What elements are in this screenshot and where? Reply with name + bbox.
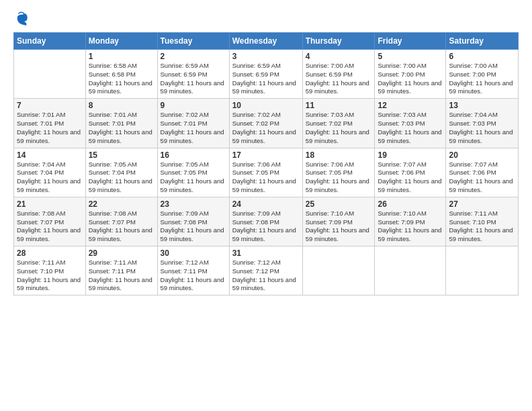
calendar-day-cell: 16Sunrise: 7:05 AMSunset: 7:05 PMDayligh… <box>157 148 229 197</box>
day-number: 22 <box>89 199 154 209</box>
day-info: Sunrise: 7:04 AMSunset: 7:03 PMDaylight:… <box>449 111 515 145</box>
calendar-day-cell: 18Sunrise: 7:06 AMSunset: 7:05 PMDayligh… <box>302 148 375 197</box>
calendar-day-cell: 13Sunrise: 7:04 AMSunset: 7:03 PMDayligh… <box>446 99 519 148</box>
day-info: Sunrise: 7:05 AMSunset: 7:04 PMDaylight:… <box>89 161 154 195</box>
calendar-header-row: SundayMondayTuesdayWednesdayThursdayFrid… <box>14 33 519 50</box>
day-number: 26 <box>378 199 443 209</box>
calendar-day-cell: 24Sunrise: 7:09 AMSunset: 7:08 PMDayligh… <box>229 197 302 246</box>
day-number: 17 <box>232 150 300 160</box>
calendar-day-cell: 1Sunrise: 6:58 AMSunset: 6:58 PMDaylight… <box>85 50 157 99</box>
day-info: Sunrise: 7:09 AMSunset: 7:08 PMDaylight:… <box>232 210 300 244</box>
day-info: Sunrise: 7:11 AMSunset: 7:10 PMDaylight:… <box>17 259 83 293</box>
day-info: Sunrise: 7:08 AMSunset: 7:07 PMDaylight:… <box>89 210 154 244</box>
calendar-day-cell: 12Sunrise: 7:03 AMSunset: 7:03 PMDayligh… <box>375 99 446 148</box>
calendar-day-cell: 22Sunrise: 7:08 AMSunset: 7:07 PMDayligh… <box>85 197 157 246</box>
header <box>13 11 519 26</box>
day-info: Sunrise: 7:03 AMSunset: 7:03 PMDaylight:… <box>378 111 443 145</box>
day-info: Sunrise: 7:11 AMSunset: 7:10 PMDaylight:… <box>449 210 515 244</box>
calendar-day-cell: 28Sunrise: 7:11 AMSunset: 7:10 PMDayligh… <box>14 246 86 295</box>
weekday-header: Monday <box>85 33 157 50</box>
day-number: 15 <box>89 150 154 160</box>
calendar-day-cell: 26Sunrise: 7:10 AMSunset: 7:09 PMDayligh… <box>375 197 446 246</box>
day-info: Sunrise: 7:02 AMSunset: 7:01 PMDaylight:… <box>161 111 226 145</box>
day-number: 13 <box>449 101 515 110</box>
day-info: Sunrise: 6:59 AMSunset: 6:59 PMDaylight:… <box>161 62 226 96</box>
calendar-day-cell: 7Sunrise: 7:01 AMSunset: 7:01 PMDaylight… <box>14 99 86 148</box>
weekday-header: Thursday <box>302 33 375 50</box>
day-info: Sunrise: 7:00 AMSunset: 7:00 PMDaylight:… <box>449 62 515 96</box>
day-info: Sunrise: 6:58 AMSunset: 6:58 PMDaylight:… <box>89 62 154 96</box>
calendar-day-cell: 23Sunrise: 7:09 AMSunset: 7:08 PMDayligh… <box>157 197 229 246</box>
calendar-week-row: 7Sunrise: 7:01 AMSunset: 7:01 PMDaylight… <box>14 99 519 148</box>
day-info: Sunrise: 7:03 AMSunset: 7:02 PMDaylight:… <box>306 111 372 145</box>
calendar-day-cell <box>446 246 519 295</box>
day-number: 11 <box>306 101 372 110</box>
calendar-day-cell <box>302 246 375 295</box>
day-info: Sunrise: 7:10 AMSunset: 7:09 PMDaylight:… <box>378 210 443 244</box>
day-number: 5 <box>378 52 443 61</box>
calendar-day-cell <box>375 246 446 295</box>
day-number: 31 <box>232 248 300 258</box>
calendar-week-row: 28Sunrise: 7:11 AMSunset: 7:10 PMDayligh… <box>14 246 519 295</box>
day-info: Sunrise: 7:05 AMSunset: 7:05 PMDaylight:… <box>161 161 226 195</box>
day-number: 27 <box>449 199 515 209</box>
weekday-header: Friday <box>375 33 446 50</box>
day-info: Sunrise: 7:00 AMSunset: 7:00 PMDaylight:… <box>378 62 443 96</box>
day-number: 28 <box>17 248 83 258</box>
day-number: 24 <box>232 199 300 209</box>
day-info: Sunrise: 7:07 AMSunset: 7:06 PMDaylight:… <box>378 161 443 195</box>
day-info: Sunrise: 7:12 AMSunset: 7:12 PMDaylight:… <box>232 259 300 293</box>
calendar-day-cell: 25Sunrise: 7:10 AMSunset: 7:09 PMDayligh… <box>302 197 375 246</box>
day-info: Sunrise: 7:06 AMSunset: 7:05 PMDaylight:… <box>232 161 300 195</box>
day-info: Sunrise: 7:09 AMSunset: 7:08 PMDaylight:… <box>161 210 226 244</box>
calendar-day-cell: 2Sunrise: 6:59 AMSunset: 6:59 PMDaylight… <box>157 50 229 99</box>
logo <box>13 11 31 26</box>
day-number: 19 <box>378 150 443 160</box>
day-info: Sunrise: 7:01 AMSunset: 7:01 PMDaylight:… <box>89 111 154 145</box>
day-info: Sunrise: 7:10 AMSunset: 7:09 PMDaylight:… <box>306 210 372 244</box>
day-number: 9 <box>161 101 226 110</box>
weekday-header: Sunday <box>14 33 86 50</box>
day-number: 10 <box>232 101 300 110</box>
day-number: 3 <box>232 52 300 61</box>
calendar-day-cell: 31Sunrise: 7:12 AMSunset: 7:12 PMDayligh… <box>229 246 302 295</box>
day-number: 18 <box>306 150 372 160</box>
logo-icon <box>13 11 28 26</box>
calendar-table: SundayMondayTuesdayWednesdayThursdayFrid… <box>13 32 519 295</box>
day-number: 20 <box>449 150 515 160</box>
calendar-day-cell: 4Sunrise: 7:00 AMSunset: 6:59 PMDaylight… <box>302 50 375 99</box>
calendar-day-cell: 11Sunrise: 7:03 AMSunset: 7:02 PMDayligh… <box>302 99 375 148</box>
calendar-day-cell: 19Sunrise: 7:07 AMSunset: 7:06 PMDayligh… <box>375 148 446 197</box>
calendar-day-cell: 6Sunrise: 7:00 AMSunset: 7:00 PMDaylight… <box>446 50 519 99</box>
weekday-header: Saturday <box>446 33 519 50</box>
day-number: 4 <box>306 52 372 61</box>
calendar-day-cell: 15Sunrise: 7:05 AMSunset: 7:04 PMDayligh… <box>85 148 157 197</box>
calendar-day-cell: 3Sunrise: 6:59 AMSunset: 6:59 PMDaylight… <box>229 50 302 99</box>
day-info: Sunrise: 6:59 AMSunset: 6:59 PMDaylight:… <box>232 62 300 96</box>
weekday-header: Wednesday <box>229 33 302 50</box>
day-info: Sunrise: 7:01 AMSunset: 7:01 PMDaylight:… <box>17 111 83 145</box>
calendar-day-cell: 8Sunrise: 7:01 AMSunset: 7:01 PMDaylight… <box>85 99 157 148</box>
weekday-header: Tuesday <box>157 33 229 50</box>
day-info: Sunrise: 7:04 AMSunset: 7:04 PMDaylight:… <box>17 161 83 195</box>
calendar-day-cell: 17Sunrise: 7:06 AMSunset: 7:05 PMDayligh… <box>229 148 302 197</box>
calendar-week-row: 14Sunrise: 7:04 AMSunset: 7:04 PMDayligh… <box>14 148 519 197</box>
calendar-day-cell: 29Sunrise: 7:11 AMSunset: 7:11 PMDayligh… <box>85 246 157 295</box>
calendar-day-cell: 21Sunrise: 7:08 AMSunset: 7:07 PMDayligh… <box>14 197 86 246</box>
day-number: 21 <box>17 199 83 209</box>
day-info: Sunrise: 7:00 AMSunset: 6:59 PMDaylight:… <box>306 62 372 96</box>
calendar-day-cell: 5Sunrise: 7:00 AMSunset: 7:00 PMDaylight… <box>375 50 446 99</box>
calendar-week-row: 1Sunrise: 6:58 AMSunset: 6:58 PMDaylight… <box>14 50 519 99</box>
day-number: 25 <box>306 199 372 209</box>
day-info: Sunrise: 7:07 AMSunset: 7:06 PMDaylight:… <box>449 161 515 195</box>
calendar-day-cell <box>14 50 86 99</box>
calendar-day-cell: 10Sunrise: 7:02 AMSunset: 7:02 PMDayligh… <box>229 99 302 148</box>
day-number: 8 <box>89 101 154 110</box>
calendar-week-row: 21Sunrise: 7:08 AMSunset: 7:07 PMDayligh… <box>14 197 519 246</box>
day-number: 23 <box>161 199 226 209</box>
day-info: Sunrise: 7:02 AMSunset: 7:02 PMDaylight:… <box>232 111 300 145</box>
day-number: 6 <box>449 52 515 61</box>
day-number: 7 <box>17 101 83 110</box>
calendar-day-cell: 9Sunrise: 7:02 AMSunset: 7:01 PMDaylight… <box>157 99 229 148</box>
day-number: 12 <box>378 101 443 110</box>
